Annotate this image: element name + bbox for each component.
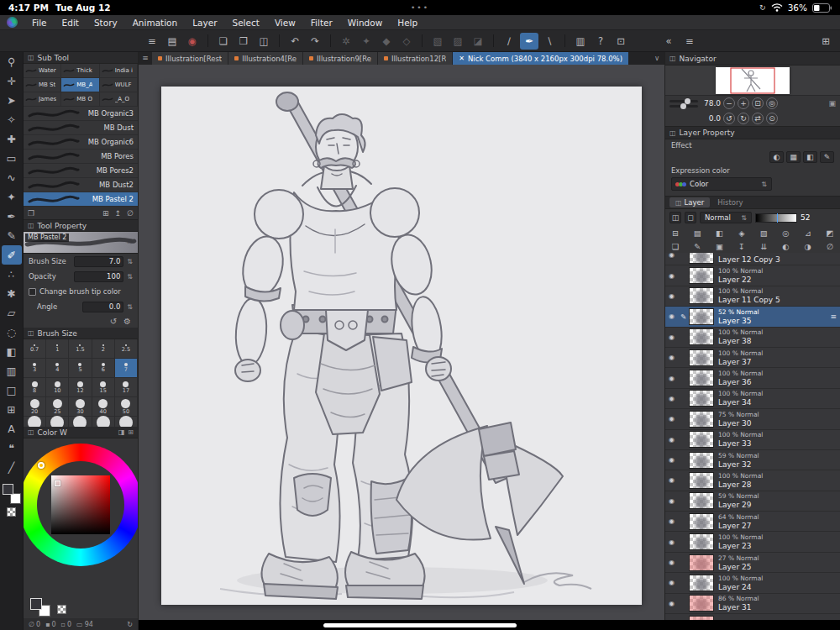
toolbar-icon[interactable]: ◆ [377,33,396,50]
brush-size-option[interactable]: 30 [69,397,92,417]
navigator-button[interactable]: ⇄ [752,113,764,124]
layer-thumbnail[interactable] [689,513,714,530]
brush-size-option[interactable]: 10 [46,378,69,397]
layer-action-icon[interactable]: ▤ [690,228,704,238]
layer-thumbnail[interactable] [689,267,714,284]
sub-tool-grid-item[interactable]: WULF [100,78,138,92]
expression-color-dropdown[interactable]: Color ⇅ [671,177,772,191]
brush-size-option[interactable]: 7 [115,359,138,378]
navigator-button[interactable]: ◎ [766,97,778,109]
tool-icon[interactable]: ╱ [2,458,22,477]
tool-icon[interactable]: ✒ [2,207,22,226]
layer-visible-icon[interactable]: ◉ [665,559,678,566]
menu-item[interactable]: View [267,15,303,30]
brush-size-option[interactable]: 6 [92,359,115,378]
panel-control-icon[interactable]: « [659,33,678,50]
opacity-input[interactable]: 100 [74,271,123,282]
tool-icon[interactable]: ⊞ [2,400,22,419]
brush-size-option[interactable]: 200 [115,417,138,427]
transparent-color-chip[interactable] [57,605,66,614]
toolbar-icon[interactable]: ✲ [337,33,355,50]
toolbar-icon[interactable]: ◉ [183,33,202,50]
toolbar-icon[interactable]: ∕ [500,33,518,50]
tool-icon[interactable]: □ [2,381,22,400]
layer-row[interactable]: ◉ ✎ 100 % Normal Layer 34 ≡ [665,389,840,409]
menu-item[interactable]: File [24,15,55,30]
tool-icon[interactable]: ✐ [2,245,22,265]
layer-name[interactable]: Layer 38 [718,337,763,345]
layer-name[interactable]: Layer 11 Copy 5 [718,296,780,304]
layer-action-icon[interactable]: ◎ [779,228,792,238]
menu-item[interactable]: Filter [303,15,340,30]
refresh-icon[interactable]: ↻ [127,621,133,628]
layer-name[interactable]: Layer 28 [718,480,763,489]
brush-size-option[interactable]: 25 [46,397,69,417]
sub-tool-grid-item[interactable]: MB St [24,78,61,92]
layer-row[interactable]: ◉ ✎ 75 % Normal Layer 30 ≡ [665,409,840,429]
layer-row[interactable]: ◉ ✎ 100 % Normal Layer 37 ≡ [665,348,840,368]
close-tab-icon[interactable]: ✕ [459,55,465,62]
layer-row[interactable]: ◉ ✎ 86 % Normal Layer 31 ≡ [665,594,840,614]
tool-icon[interactable]: ▱ [2,303,22,323]
panel-control-icon[interactable]: ≡ [680,33,699,50]
layer-name[interactable]: Layer 32 [718,460,759,469]
tool-icon[interactable]: ⚲ [2,52,22,71]
navigator-button[interactable]: − [723,97,735,109]
layer-visible-icon[interactable]: ◉ [665,395,678,402]
sub-tool-list-item[interactable]: MB Dust [24,121,138,135]
layer-name[interactable]: Layer 30 [718,419,759,428]
sub-tool-action-icon[interactable]: ↥ [115,209,122,218]
tool-icon[interactable]: ▥ [2,361,22,381]
drag-handle-icon[interactable]: ≡ [830,312,837,321]
tool-icon[interactable]: ∴ [2,265,22,284]
tool-icon[interactable]: ✛ [2,71,22,91]
panel-collapse-icon[interactable]: ◫ [669,129,676,137]
layer-action-icon[interactable]: ▣ [713,242,727,251]
toolbar-icon[interactable]: ▤ [163,33,181,50]
layer-action-icon[interactable]: ◩ [823,228,837,238]
tool-icon[interactable]: ◌ [2,323,22,342]
layer-action-icon[interactable]: ▨ [757,228,770,238]
brush-size-option[interactable]: 8 [24,378,46,397]
layer-action-icon[interactable]: ❏ [669,242,682,251]
tool-icon[interactable]: ∿ [2,168,22,187]
angle-stepper[interactable]: ⇅ [127,303,133,311]
layer-row[interactable]: ◉ ✎ 59 % Normal Layer 29 ≡ [665,491,840,512]
layer-thumbnail[interactable] [689,472,714,489]
brush-size-option[interactable]: 150 [92,417,115,427]
layer-thumbnail[interactable] [689,554,714,571]
toolbar-icon[interactable] [422,34,423,47]
sub-tool-grid-item[interactable]: James [24,92,61,107]
toolbar-icon[interactable] [279,34,280,47]
layer-row[interactable]: ◉ ✎ 64 % Normal Layer 27 ≡ [665,512,840,532]
layer-row[interactable]: ◉ ✎ 100 % Normal Layer 12 Copy 3 ≡ [665,253,840,265]
panel-collapse-icon[interactable]: ◫ [28,54,34,61]
panel-collapse-icon[interactable]: ◫ [669,55,676,62]
panel-collapse-icon[interactable]: ◫ [28,428,34,436]
sub-tool-list-item[interactable]: MB Organic3 [24,107,138,121]
main-color-swatch[interactable] [30,598,42,610]
layer-name[interactable]: Layer 29 [718,501,759,509]
main-color-swatch[interactable] [3,484,13,495]
layer-visible-icon[interactable]: ◉ [665,456,678,464]
color-wheel-detach-icon[interactable]: ⊞ [128,428,134,436]
tool-icon[interactable]: ✦ [2,187,22,207]
duplicate-sub-tool-icon[interactable]: ❐ [28,209,34,218]
layer-row[interactable]: ◉ ✎ 59 % Normal Layer 32 ≡ [665,450,840,470]
toolbar-icon[interactable] [330,34,331,47]
search-layer-icon[interactable]: ◻ [685,212,696,223]
multitask-dots[interactable]: ••• [411,3,429,12]
layer-thumbnail[interactable] [689,431,714,448]
opacity-stepper[interactable]: ⇅ [127,273,133,281]
toolbar-icon[interactable]: ✒ [520,33,538,50]
effect-button[interactable]: ◐ [769,151,784,163]
layer-name[interactable]: Layer 34 [718,398,763,407]
layer-visible-icon[interactable]: ◉ [665,517,678,525]
layer-thumbnail[interactable] [689,533,714,550]
tool-icon[interactable]: ◧ [2,342,22,361]
brush-size-option[interactable]: 20 [24,397,46,417]
tool-icon[interactable]: ➤ [2,91,22,110]
canvas[interactable] [161,87,642,605]
tab-history[interactable]: History [711,197,748,207]
layer-visible-icon[interactable]: ◉ [665,333,678,341]
